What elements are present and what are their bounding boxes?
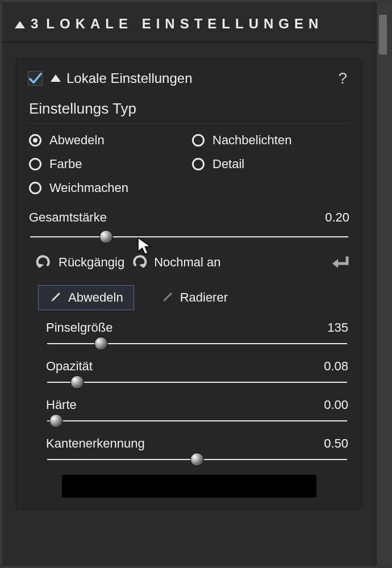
slider-value: 0.20: [325, 210, 349, 225]
check-icon: [28, 71, 42, 86]
slider-thumb[interactable]: [70, 375, 84, 389]
slider-value: 0.08: [324, 359, 348, 374]
opacity-slider[interactable]: Opazität 0.08: [46, 359, 348, 383]
settings-type-heading: Einstellungs Typ: [28, 97, 351, 124]
local-settings-panel: Lokale Einstellungen ? Einstellungs Typ …: [16, 59, 362, 509]
help-button[interactable]: ?: [338, 69, 351, 87]
undo-label[interactable]: Rückgängig: [59, 255, 124, 270]
brush-icon: [161, 291, 173, 304]
undo-icon[interactable]: [36, 254, 52, 270]
brush-icon: [49, 291, 61, 304]
radio-detail[interactable]: Detail: [192, 157, 349, 172]
radio-label: Weichmachen: [49, 181, 128, 195]
section-title: LOKALE EINSTELLUNGEN: [46, 16, 323, 32]
enable-checkbox[interactable]: [28, 71, 43, 86]
slider-thumb[interactable]: [94, 337, 108, 350]
tool-dodge[interactable]: Abwedeln: [38, 285, 134, 310]
history-actions: Rückgängig Nochmal an: [36, 254, 349, 270]
slider-thumb[interactable]: [190, 453, 204, 466]
section-number: 3: [31, 16, 38, 32]
redo-label[interactable]: Nochmal an: [154, 255, 220, 270]
slider-label: Pinselgröße: [46, 320, 112, 335]
slider-value: 0.50: [324, 436, 348, 451]
radio-dodge[interactable]: Abwedeln: [29, 133, 186, 148]
slider-label: Härte: [46, 398, 77, 412]
cursor-icon: [136, 236, 153, 256]
radio-label: Abwedeln: [49, 133, 105, 148]
panel-collapse-icon[interactable]: [51, 73, 61, 85]
preview-area: [62, 475, 316, 498]
radio-label: Nachbelichten: [212, 133, 291, 148]
slider-label: Kantenerkennung: [46, 436, 145, 451]
scrollbar-thumb[interactable]: [379, 15, 387, 55]
revert-icon[interactable]: [330, 254, 349, 270]
radio-blur[interactable]: Weichmachen: [29, 181, 186, 195]
slider-value: 0.00: [324, 398, 348, 412]
radio-label: Farbe: [49, 157, 82, 172]
radio-label: Detail: [212, 157, 244, 172]
slider-label: Opazität: [46, 359, 93, 374]
tool-label: Abwedeln: [68, 290, 123, 305]
radio-burn[interactable]: Nachbelichten: [192, 133, 349, 148]
settings-type-radios: Abwedeln Nachbelichten Farbe Detail Weic…: [29, 133, 349, 195]
panel-title: Lokale Einstellungen: [66, 70, 193, 86]
redo-icon[interactable]: [131, 254, 147, 270]
slider-thumb[interactable]: [99, 230, 113, 244]
slider-value: 135: [327, 320, 348, 335]
hardness-slider[interactable]: Härte 0.00: [46, 398, 348, 421]
tool-eraser[interactable]: Radierer: [150, 285, 239, 310]
overall-strength-slider[interactable]: Gesamtstärke 0.20: [29, 210, 349, 237]
tool-label: Radierer: [180, 290, 228, 305]
collapse-icon: [15, 16, 25, 32]
tool-selector: Abwedeln Radierer: [38, 285, 349, 310]
section-header[interactable]: 3 LOKALE EINSTELLUNGEN: [2, 10, 376, 43]
vertical-scrollbar[interactable]: [376, 2, 390, 566]
radio-color[interactable]: Farbe: [29, 157, 186, 172]
edge-detect-slider[interactable]: Kantenerkennung 0.50: [46, 436, 348, 460]
brush-size-slider[interactable]: Pinselgröße 135: [46, 320, 348, 344]
slider-thumb[interactable]: [49, 414, 63, 428]
slider-label: Gesamtstärke: [29, 210, 107, 225]
